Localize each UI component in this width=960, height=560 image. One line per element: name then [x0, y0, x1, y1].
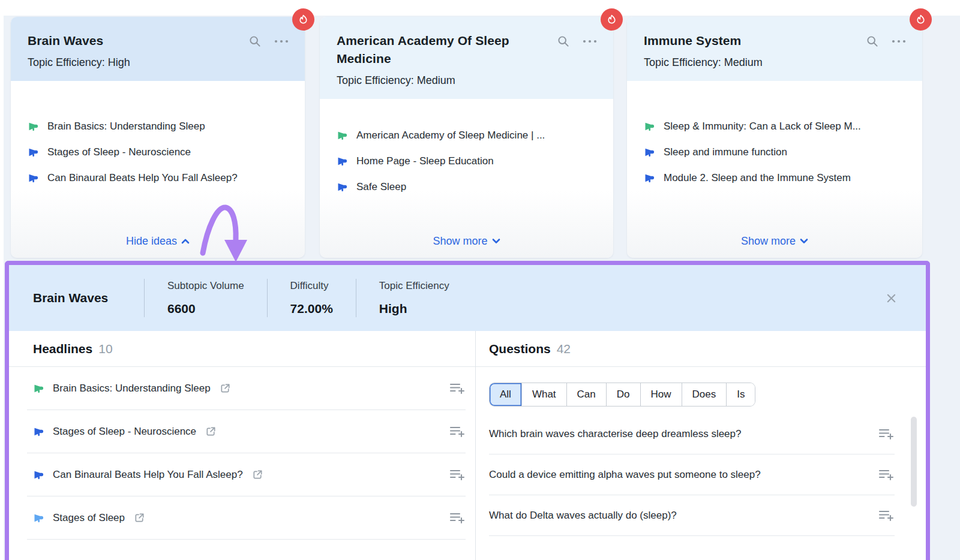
questions-count: 42 — [557, 342, 571, 356]
headline-preview-text: Brain Basics: Understanding Sleep — [47, 121, 205, 133]
headline-preview: Module 2. Sleep and the Immune System — [644, 172, 905, 184]
megaphone-icon — [33, 426, 45, 438]
headline-text: Can Binaural Beats Help You Fall Asleep? — [53, 469, 243, 481]
more-options-icon[interactable] — [891, 39, 907, 44]
panel-title: Brain Waves — [33, 291, 144, 305]
question-filter-all[interactable]: All — [490, 383, 522, 406]
question-row: Could a device emitting alpha waves put … — [489, 454, 895, 495]
headlines-title: Headlines — [33, 342, 92, 356]
headline-preview: Can Binaural Beats Help You Fall Asleep? — [28, 172, 288, 184]
card-header: American Academy Of Sleep Medicine Topic… — [320, 17, 613, 99]
headline-preview-text: American Academy of Sleep Medicine | ... — [356, 130, 545, 141]
headline-row: Stages of Sleep - Neuroscience — [27, 410, 466, 453]
external-link-icon[interactable] — [134, 512, 145, 523]
topic-card-3[interactable]: Immune System Topic Efficiency: Medium S… — [627, 17, 922, 258]
stat-topic-efficiency: Topic Efficiency High — [356, 279, 472, 317]
stat-label: Difficulty — [290, 280, 333, 292]
question-filter-what[interactable]: What — [522, 383, 567, 406]
headline-preview-text: Can Binaural Beats Help You Fall Asleep? — [47, 172, 238, 184]
close-icon[interactable] — [883, 290, 899, 306]
panel-body: Headlines 10 Brain Basics: Understanding… — [9, 331, 926, 560]
add-to-list-icon[interactable] — [449, 468, 466, 481]
headline-text: Brain Basics: Understanding Sleep — [53, 383, 211, 395]
stat-subtopic-volume: Subtopic Volume 6600 — [144, 279, 267, 317]
headline-preview: Brain Basics: Understanding Sleep — [28, 121, 288, 133]
show-more-link[interactable]: Show more — [433, 235, 500, 248]
search-icon[interactable] — [866, 35, 879, 48]
megaphone-icon — [644, 146, 656, 158]
stat-value: 6600 — [167, 302, 244, 316]
fire-badge-icon — [910, 8, 932, 31]
headline-preview: Sleep and immune function — [644, 146, 905, 158]
add-to-list-icon[interactable] — [878, 468, 895, 481]
headline-preview-text: Sleep and immune function — [664, 146, 787, 158]
megaphone-icon — [644, 172, 656, 184]
question-filter-can[interactable]: Can — [567, 383, 607, 406]
headline-preview: American Academy of Sleep Medicine | ... — [337, 130, 596, 141]
headline-row: Brain Basics: Understanding Sleep — [27, 367, 466, 410]
headlines-section-header: Headlines 10 — [9, 331, 475, 367]
external-link-icon[interactable] — [205, 426, 217, 437]
question-filter-does[interactable]: Does — [682, 383, 727, 406]
topic-efficiency-label: Topic Efficiency: High — [28, 56, 289, 69]
chevron-down-icon — [800, 238, 808, 244]
card-header: Brain Waves Topic Efficiency: High — [11, 17, 305, 81]
card-title: Brain Waves — [28, 32, 248, 50]
add-to-list-icon[interactable] — [449, 425, 466, 438]
question-row: What do Delta waves actually do (sleep)? — [489, 495, 895, 536]
headline-preview-text: Sleep & Immunity: Can a Lack of Sleep M.… — [664, 121, 861, 133]
question-text: Could a device emitting alpha waves put … — [489, 469, 761, 481]
card-headline-previews: Sleep & Immunity: Can a Lack of Sleep M.… — [627, 75, 922, 229]
stat-label: Topic Efficiency — [379, 280, 449, 292]
megaphone-icon — [337, 130, 349, 141]
external-link-icon[interactable] — [220, 383, 231, 394]
add-to-list-icon[interactable] — [449, 382, 466, 395]
more-options-icon[interactable] — [274, 39, 289, 44]
add-to-list-icon[interactable] — [878, 509, 895, 522]
chevron-up-icon — [181, 238, 190, 244]
search-icon[interactable] — [557, 35, 570, 48]
stat-value: 72.00% — [290, 302, 333, 316]
fire-badge-icon — [292, 8, 314, 31]
panel-header: Brain Waves Subtopic Volume 6600 Difficu… — [9, 265, 926, 331]
questions-title: Questions — [489, 342, 551, 356]
hide-ideas-link[interactable]: Hide ideas — [126, 235, 190, 248]
add-to-list-icon[interactable] — [878, 427, 895, 440]
megaphone-icon — [33, 469, 45, 481]
question-filter-is[interactable]: Is — [727, 383, 755, 406]
add-to-list-icon[interactable] — [449, 511, 466, 524]
search-icon[interactable] — [248, 35, 262, 48]
headline-preview: Stages of Sleep - Neuroscience — [28, 146, 288, 158]
topic-card-2[interactable]: American Academy Of Sleep Medicine Topic… — [320, 17, 613, 258]
megaphone-icon — [33, 512, 45, 524]
megaphone-icon — [28, 146, 40, 158]
stat-label: Subtopic Volume — [167, 280, 244, 292]
megaphone-icon — [337, 181, 349, 193]
questions-scrollbar-thumb[interactable] — [911, 417, 917, 507]
megaphone-icon — [644, 121, 656, 133]
show-more-link[interactable]: Show more — [741, 235, 808, 248]
headline-row: Stages of Sleep — [27, 496, 466, 540]
topic-card-1[interactable]: Brain Waves Topic Efficiency: High Brain… — [11, 17, 305, 258]
questions-section-header: Questions 42 — [476, 331, 926, 367]
headlines-column: Headlines 10 Brain Basics: Understanding… — [9, 331, 476, 560]
question-filter-how[interactable]: How — [641, 383, 682, 406]
megaphone-icon — [337, 155, 349, 167]
topic-efficiency-label: Topic Efficiency: Medium — [337, 74, 598, 87]
chevron-down-icon — [492, 238, 500, 244]
headline-preview-text: Stages of Sleep - Neuroscience — [47, 146, 191, 158]
card-headline-previews: Brain Basics: Understanding Sleep Stages… — [11, 75, 305, 229]
more-options-icon[interactable] — [582, 39, 598, 44]
megaphone-icon — [28, 172, 40, 184]
headline-preview: Safe Sleep — [337, 181, 596, 193]
external-link-icon[interactable] — [252, 469, 263, 480]
megaphone-icon — [33, 383, 45, 395]
question-text: Which brain waves characterise deep drea… — [489, 428, 741, 440]
card-title: American Academy Of Sleep Medicine — [337, 32, 557, 68]
stat-value: High — [379, 302, 449, 316]
card-footer-label: Show more — [741, 235, 796, 248]
card-headline-previews: American Academy of Sleep Medicine | ...… — [320, 93, 613, 229]
headline-preview-text: Safe Sleep — [356, 181, 406, 193]
headlines-count: 10 — [98, 342, 112, 356]
question-filter-do[interactable]: Do — [607, 383, 641, 406]
